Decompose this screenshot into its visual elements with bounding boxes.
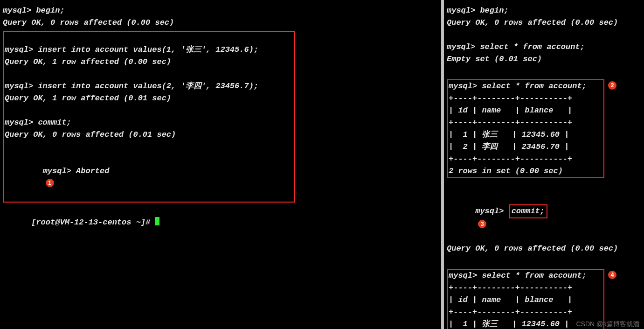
- aborted-text: mysql> Aborted: [43, 167, 110, 175]
- table-sep: +----+--------+----------+: [449, 153, 602, 165]
- output-line: mysql> insert into account values(2, '李四…: [5, 80, 293, 92]
- screenshot-root: mysql> begin; Query OK, 0 rows affected …: [0, 0, 644, 329]
- annotation-badge-1: 1: [46, 179, 54, 187]
- output-line: [447, 180, 640, 192]
- output-line: [5, 141, 293, 153]
- output-line: mysql> begin;: [3, 5, 437, 17]
- output-line: Empty set (0.01 sec): [447, 53, 640, 65]
- output-line: mysql> insert into account values(1, '张三…: [5, 44, 293, 56]
- output-line: mysql> commit;: [5, 117, 293, 129]
- commit-line: mysql> commit; 3: [447, 192, 640, 243]
- prompt-text: [root@VM-12-13-centos ~]#: [31, 218, 155, 227]
- output-line: [447, 65, 640, 77]
- table-header: | id | name | blance |: [449, 294, 602, 306]
- output-line: Query OK, 0 rows affected (0.00 sec): [3, 17, 437, 29]
- output-line: Query OK, 1 row affected (0.01 sec): [5, 92, 293, 105]
- terminal-right[interactable]: mysql> begin; Query OK, 0 rows affected …: [443, 0, 644, 329]
- annotation-badge-3: 3: [478, 220, 486, 228]
- shell-prompt[interactable]: [root@VM-12-13-centos ~]#: [3, 204, 437, 241]
- output-line: Query OK, 0 rows affected (0.00 sec): [447, 243, 640, 255]
- output-line: mysql> select * from account;: [449, 270, 602, 282]
- output-line: Query OK, 1 row affected (0.00 sec): [5, 56, 293, 68]
- table-sep: +----+--------+----------+: [449, 117, 602, 129]
- prompt-text: mysql>: [475, 207, 508, 216]
- output-line: [5, 68, 293, 80]
- output-line: [447, 29, 640, 41]
- highlight-box-2: 2 mysql> select * from account; +----+--…: [447, 79, 604, 178]
- table-row: | 1 | 张三 | 12345.60 |: [449, 129, 602, 141]
- annotation-badge-2: 2: [608, 81, 616, 90]
- output-line: [447, 255, 640, 267]
- highlight-box-3: commit;: [509, 204, 547, 218]
- watermark-text: CSDN @a篇博客就溜: [576, 321, 639, 327]
- output-line: mysql> Aborted 1: [5, 153, 293, 202]
- highlight-box-1: mysql> insert into account values(1, '张三…: [3, 31, 295, 203]
- table-header: | id | name | blance |: [449, 105, 602, 117]
- output-line: Query OK, 0 rows affected (0.00 sec): [447, 17, 640, 29]
- table-sep: +----+--------+----------+: [449, 282, 602, 294]
- cursor-icon: [155, 217, 159, 225]
- output-line: [5, 105, 293, 117]
- annotation-badge-4: 4: [608, 271, 616, 279]
- terminal-left[interactable]: mysql> begin; Query OK, 0 rows affected …: [0, 0, 443, 329]
- table-row: | 2 | 李四 | 23456.70 |: [449, 141, 602, 153]
- output-line: 2 rows in set (0.00 sec): [449, 165, 602, 177]
- output-line: mysql> begin;: [447, 5, 640, 17]
- table-sep: +----+--------+----------+: [449, 306, 602, 318]
- table-sep: +----+--------+----------+: [449, 92, 602, 105]
- output-line: mysql> select * from account;: [449, 80, 602, 92]
- output-line: mysql> select * from account;: [447, 41, 640, 53]
- output-line: [5, 32, 293, 44]
- output-line: Query OK, 0 rows affected (0.01 sec): [5, 129, 293, 141]
